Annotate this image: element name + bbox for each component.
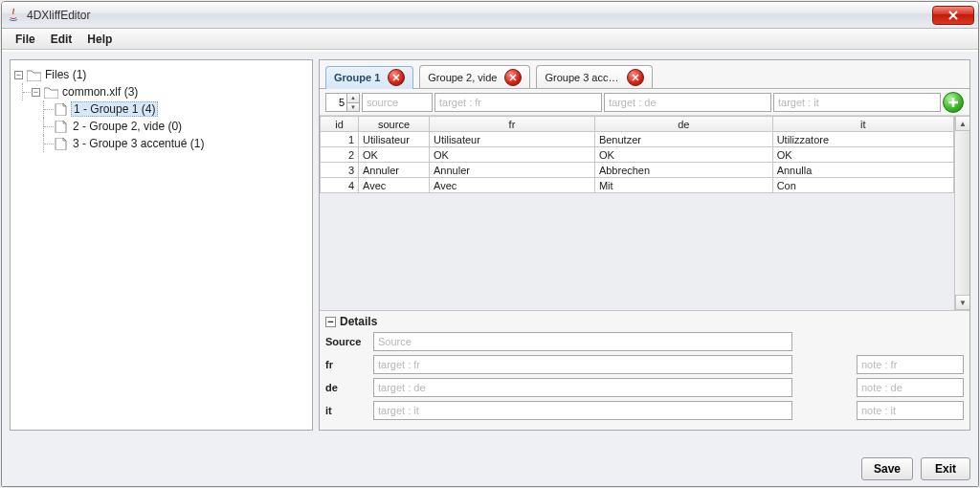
file-icon <box>55 121 69 133</box>
scroll-down-icon[interactable]: ▼ <box>955 295 969 310</box>
window-close-button[interactable] <box>932 6 974 25</box>
table-scroll[interactable]: id source fr de it 1UtilisateurUtilisate… <box>320 116 954 310</box>
window-title: 4DXliffEditor <box>27 9 90 22</box>
tree-group-3[interactable]: 3 - Groupe 3 accentué (1) <box>14 135 308 152</box>
cell-fr[interactable]: Avec <box>430 178 595 193</box>
scroll-up-icon[interactable]: ▲ <box>955 116 969 131</box>
tab-close-icon[interactable] <box>627 69 644 86</box>
tree-toggle-icon[interactable]: − <box>14 71 23 79</box>
details-de-label: de <box>325 382 368 393</box>
footer-buttons: Save Exit <box>861 457 970 480</box>
tree-group-2[interactable]: 2 - Groupe 2, vide (0) <box>14 118 308 135</box>
table-row[interactable]: 3AnnulerAnnulerAbbrechenAnnulla <box>321 163 954 178</box>
java-icon <box>6 8 21 23</box>
translations-table[interactable]: id source fr de it 1UtilisateurUtilisate… <box>320 116 954 193</box>
cell-de[interactable]: Abbrechen <box>594 163 772 178</box>
col-it[interactable]: it <box>772 117 953 132</box>
app-window: 4DXliffEditor File Edit Help − Files (1)… <box>1 1 979 487</box>
tab-group-2[interactable]: Groupe 2, vide <box>419 65 530 88</box>
tree-label: 3 - Groupe 3 accentué (1) <box>73 137 204 150</box>
cell-de[interactable]: OK <box>594 147 772 163</box>
table-row[interactable]: 1UtilisateurUtilisateurBenutzerUtilizzat… <box>321 132 954 147</box>
details-it-input[interactable] <box>373 401 792 420</box>
details-title: Details <box>340 315 377 328</box>
new-entry-row: ▲ ▼ <box>320 89 969 116</box>
cell-fr[interactable]: Utilisateur <box>430 132 595 147</box>
new-target-it-input[interactable] <box>773 93 941 112</box>
tab-close-icon[interactable] <box>504 69 522 86</box>
spinner-up-icon[interactable]: ▲ <box>346 93 360 102</box>
menu-help[interactable]: Help <box>79 31 120 48</box>
details-de-input[interactable] <box>373 378 792 397</box>
tab-label: Groupe 1 <box>334 72 380 83</box>
cell-source[interactable]: Annuler <box>359 163 430 178</box>
tree-toggle-icon[interactable]: − <box>32 88 40 97</box>
cell-it[interactable]: Annulla <box>772 163 953 178</box>
cell-de[interactable]: Mit <box>594 178 772 193</box>
cell-fr[interactable]: OK <box>430 147 595 163</box>
tab-close-icon[interactable] <box>388 69 405 86</box>
cell-id[interactable]: 1 <box>321 132 359 147</box>
folder-icon <box>27 69 41 81</box>
details-source-label: Source <box>325 336 368 347</box>
cell-source[interactable]: Utilisateur <box>359 132 430 147</box>
cell-de[interactable]: Benutzer <box>594 132 772 147</box>
save-button[interactable]: Save <box>861 457 913 480</box>
details-note-it-input[interactable] <box>857 401 964 420</box>
cell-source[interactable]: Avec <box>359 178 430 193</box>
vertical-scrollbar[interactable]: ▲ ▼ <box>954 116 969 310</box>
id-spinner-input[interactable] <box>325 93 346 112</box>
collapse-toggle-icon[interactable]: − <box>325 317 336 327</box>
tree-label: 2 - Groupe 2, vide (0) <box>73 120 182 133</box>
tree-root[interactable]: − Files (1) <box>14 66 308 83</box>
cell-fr[interactable]: Annuler <box>430 163 595 178</box>
cell-id[interactable]: 3 <box>321 163 359 178</box>
file-icon <box>55 103 69 116</box>
table-row[interactable]: 4AvecAvecMitCon <box>321 178 954 193</box>
details-it-label: it <box>325 405 368 416</box>
cell-it[interactable]: Utilizzatore <box>772 132 953 147</box>
menu-file[interactable]: File <box>8 31 43 48</box>
col-de[interactable]: de <box>594 117 772 132</box>
new-target-fr-input[interactable] <box>434 93 602 112</box>
table-wrap: id source fr de it 1UtilisateurUtilisate… <box>320 116 969 310</box>
cell-source[interactable]: OK <box>359 147 430 163</box>
details-panel: − Details Source fr de <box>320 310 969 430</box>
col-source[interactable]: source <box>359 117 430 132</box>
details-fr-label: fr <box>325 359 368 370</box>
content-area: − Files (1) − common.xlf (3) 1 - Groupe … <box>2 52 978 486</box>
spinner-down-icon[interactable]: ▼ <box>346 102 360 112</box>
col-id[interactable]: id <box>321 117 359 132</box>
table-row[interactable]: 2OKOKOKOK <box>321 147 954 163</box>
editor-panel: Groupe 1 Groupe 2, vide Groupe 3 acc… ▲ <box>319 59 970 431</box>
cell-id[interactable]: 4 <box>321 178 359 193</box>
cell-id[interactable]: 2 <box>321 147 359 163</box>
tab-group-1[interactable]: Groupe 1 <box>325 66 413 89</box>
menu-edit[interactable]: Edit <box>43 31 80 48</box>
tree-file[interactable]: − common.xlf (3) <box>14 83 308 100</box>
tab-label: Groupe 3 acc… <box>545 72 618 83</box>
folder-icon <box>44 86 58 99</box>
exit-button[interactable]: Exit <box>921 457 970 480</box>
new-source-input[interactable] <box>362 93 433 112</box>
tab-group-3[interactable]: Groupe 3 acc… <box>536 65 652 88</box>
tab-label: Groupe 2, vide <box>428 72 497 83</box>
id-spinner[interactable]: ▲ ▼ <box>325 93 360 112</box>
file-tree[interactable]: − Files (1) − common.xlf (3) 1 - Groupe … <box>14 66 308 152</box>
tree-label: 1 - Groupe 1 (4) <box>71 101 158 117</box>
cell-it[interactable]: OK <box>772 147 953 163</box>
details-note-de-input[interactable] <box>857 378 964 397</box>
add-entry-button[interactable] <box>943 92 964 113</box>
tree-label: Files (1) <box>45 68 86 81</box>
menubar: File Edit Help <box>2 29 978 50</box>
details-note-fr-input[interactable] <box>857 355 964 374</box>
tree-group-1[interactable]: 1 - Groupe 1 (4) <box>14 100 308 118</box>
col-fr[interactable]: fr <box>430 117 595 132</box>
table-header-row: id source fr de it <box>321 117 954 132</box>
new-target-de-input[interactable] <box>604 93 771 112</box>
cell-it[interactable]: Con <box>772 178 953 193</box>
details-fr-input[interactable] <box>373 355 792 374</box>
details-header: − Details <box>325 315 964 328</box>
file-tree-panel: − Files (1) − common.xlf (3) 1 - Groupe … <box>10 59 313 431</box>
details-source-input[interactable] <box>373 332 792 351</box>
